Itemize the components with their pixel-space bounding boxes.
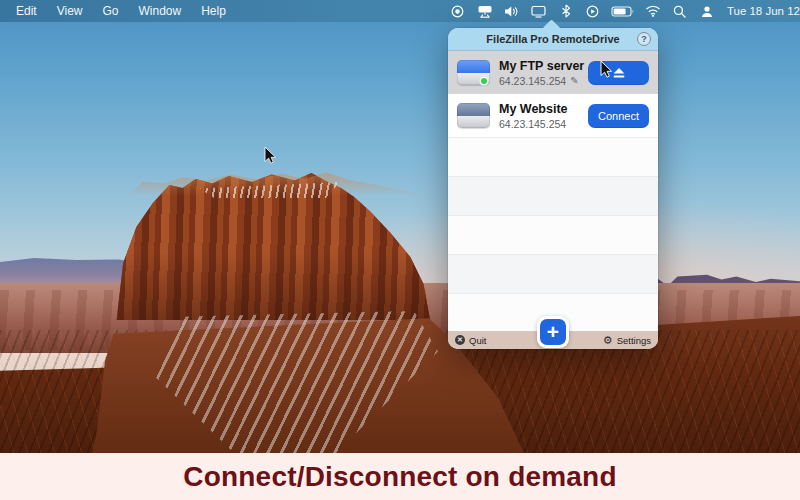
display-icon[interactable]	[529, 3, 549, 19]
menu-bar-menus: Edit View Go Window Help	[6, 1, 236, 21]
menu-view[interactable]: View	[47, 1, 93, 21]
empty-list-row	[448, 215, 658, 254]
mouse-cursor-icon	[264, 146, 277, 164]
caption-banner: Connect/Disconnect on demand	[0, 453, 800, 500]
desktop-wallpaper	[0, 0, 800, 453]
remotedrive-menubar-icon[interactable]	[475, 3, 495, 19]
menu-bar: Edit View Go Window Help	[0, 0, 800, 22]
screen-record-icon[interactable]	[583, 3, 603, 19]
connect-button[interactable]: Connect	[588, 104, 649, 128]
battery-icon[interactable]	[610, 3, 636, 19]
empty-list-row	[448, 176, 658, 215]
popover-header: FileZilla Pro RemoteDrive ?	[448, 28, 658, 51]
empty-list-row	[448, 137, 658, 176]
eject-icon	[612, 67, 626, 79]
server-name: My Website	[499, 102, 568, 116]
drive-icon-connected	[457, 60, 490, 85]
connected-status-dot	[481, 78, 487, 84]
gear-icon: ⚙	[603, 335, 613, 346]
menu-bar-status-area: Tue 18 Jun 12	[448, 3, 800, 19]
server-name: My FTP server	[499, 59, 579, 73]
remotedrive-popover: FileZilla Pro RemoteDrive ? My FTP serve…	[448, 28, 658, 349]
menu-help[interactable]: Help	[191, 1, 236, 21]
settings-label: Settings	[617, 335, 651, 346]
disconnect-eject-button[interactable]	[588, 61, 649, 85]
menu-go[interactable]: Go	[92, 1, 128, 21]
popover-title: FileZilla Pro RemoteDrive	[486, 33, 619, 45]
server-ip: 64.23.145.254	[499, 75, 566, 87]
server-meta: My Website 64.23.145.254	[499, 102, 568, 130]
help-button[interactable]: ?	[637, 32, 651, 46]
menu-bar-clock[interactable]: Tue 18 Jun 12	[727, 5, 800, 17]
user-switch-icon[interactable]	[697, 3, 717, 19]
wifi-icon[interactable]	[643, 3, 663, 19]
quit-label: Quit	[469, 335, 486, 346]
server-row-my-website[interactable]: My Website 64.23.145.254 Connect	[448, 94, 658, 137]
server-meta: My FTP server 64.23.145.254 ✎	[499, 59, 579, 87]
bluetooth-icon[interactable]	[556, 3, 576, 19]
quit-x-icon: ✕	[455, 335, 465, 345]
mouse-cursor-icon	[600, 60, 613, 78]
plus-icon: +	[540, 319, 566, 345]
edit-pencil-icon[interactable]: ✎	[570, 75, 578, 86]
drive-icon-disconnected	[457, 103, 490, 128]
quit-button[interactable]: ✕ Quit	[455, 335, 486, 346]
record-dot-icon[interactable]	[448, 3, 468, 19]
add-server-button[interactable]: +	[537, 316, 569, 348]
caption-text: Connect/Disconnect on demand	[183, 461, 616, 493]
server-row-my-ftp-server[interactable]: My FTP server 64.23.145.254 ✎	[448, 51, 658, 94]
empty-list-row	[448, 254, 658, 293]
search-icon[interactable]	[670, 3, 690, 19]
settings-button[interactable]: ⚙ Settings	[603, 335, 651, 346]
volume-icon[interactable]	[502, 3, 522, 19]
menu-edit[interactable]: Edit	[6, 1, 47, 21]
server-ip: 64.23.145.254	[499, 118, 566, 130]
menu-window[interactable]: Window	[129, 1, 192, 21]
